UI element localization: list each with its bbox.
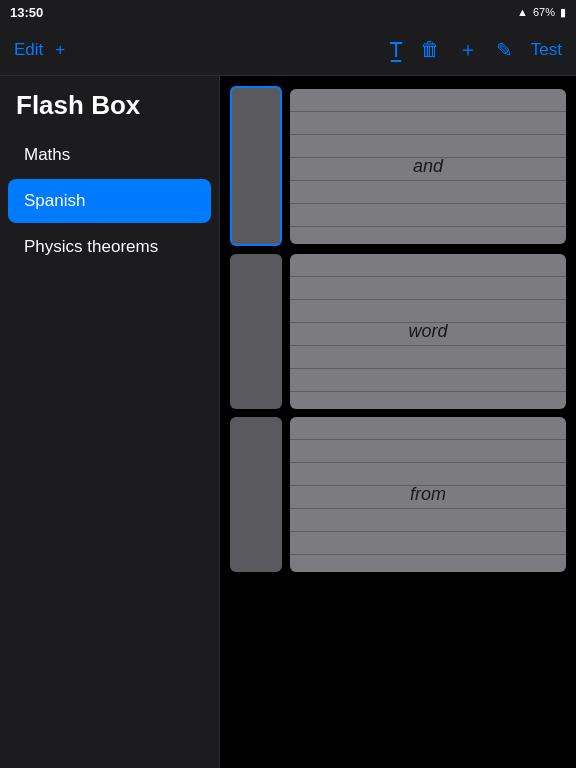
card-pair-1: and bbox=[230, 86, 566, 246]
sidebar-item-physics[interactable]: Physics theorems bbox=[8, 225, 211, 269]
edit-button[interactable]: Edit bbox=[14, 40, 43, 60]
header-left: Edit + bbox=[14, 40, 65, 60]
add-top-button[interactable]: + bbox=[55, 40, 65, 60]
wifi-icon: ▲ bbox=[517, 6, 528, 18]
sidebar-item-maths[interactable]: Maths bbox=[8, 133, 211, 177]
sidebar-item-spanish[interactable]: Spanish bbox=[8, 179, 211, 223]
card-front-1[interactable]: and bbox=[290, 89, 566, 244]
card-front-2[interactable]: word bbox=[290, 254, 566, 409]
card-text-3: from bbox=[410, 484, 446, 505]
app-title: Flash Box bbox=[0, 76, 219, 131]
card-front-3[interactable]: from bbox=[290, 417, 566, 572]
battery-icon: ▮ bbox=[560, 6, 566, 19]
edit-card-icon[interactable]: ✎ bbox=[496, 38, 513, 62]
card-back-1[interactable] bbox=[230, 86, 282, 246]
card-text-1: and bbox=[413, 156, 443, 177]
add-card-icon[interactable]: ＋ bbox=[458, 36, 478, 63]
card-back-3[interactable] bbox=[230, 417, 282, 572]
card-back-2[interactable] bbox=[230, 254, 282, 409]
header-bar: Edit + T̲ 🗑 ＋ ✎ Test bbox=[0, 24, 576, 76]
status-icons: ▲ 67% ▮ bbox=[517, 6, 566, 19]
card-text-2: word bbox=[408, 321, 447, 342]
status-bar: 13:50 ▲ 67% ▮ bbox=[0, 0, 576, 24]
delete-icon[interactable]: 🗑 bbox=[420, 38, 440, 61]
header-right: T̲ 🗑 ＋ ✎ Test bbox=[390, 36, 562, 63]
sidebar: Flash Box Maths Spanish Physics theorems bbox=[0, 76, 220, 768]
card-pair-3: from bbox=[230, 417, 566, 572]
card-pair-2: word bbox=[230, 254, 566, 409]
main-content: and word from bbox=[220, 76, 576, 768]
status-time: 13:50 bbox=[10, 5, 43, 20]
cards-container: and word from bbox=[220, 76, 576, 590]
text-format-icon[interactable]: T̲ bbox=[390, 38, 402, 62]
test-button[interactable]: Test bbox=[531, 40, 562, 60]
battery-label: 67% bbox=[533, 6, 555, 18]
